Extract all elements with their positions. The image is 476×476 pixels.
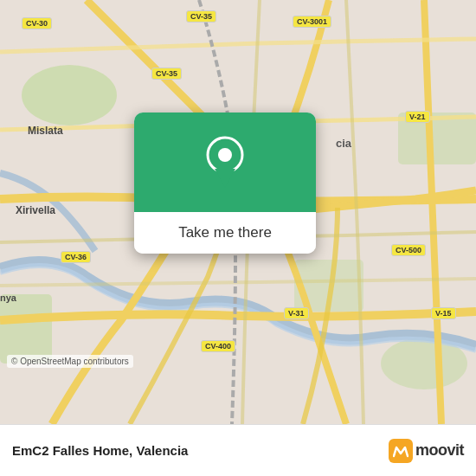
place-xirivella: Xirivella <box>16 204 55 216</box>
road-badge-v31: V-31 <box>284 307 309 319</box>
svg-rect-2 <box>0 294 52 363</box>
road-badge-v15: V-15 <box>431 307 456 319</box>
place-cia: cia <box>336 137 351 150</box>
popup-card: Take me there <box>134 113 316 254</box>
road-badge-cv35-mid: CV-35 <box>151 68 182 80</box>
moovit-logo-icon <box>389 439 413 463</box>
road-badge-v21: V-21 <box>405 111 430 123</box>
svg-point-1 <box>22 65 117 125</box>
road-badge-cv400: CV-400 <box>201 340 235 352</box>
location-pin-icon <box>203 136 247 190</box>
svg-point-7 <box>218 148 232 162</box>
road-badge-cv35-top: CV-35 <box>186 10 216 23</box>
road-badge-cv3001: CV-3001 <box>293 16 331 28</box>
location-name: EmC2 Falles Home, Valencia <box>12 443 188 458</box>
place-nya: nya <box>0 293 16 303</box>
take-me-there-button[interactable]: Take me there <box>134 212 316 254</box>
map-attribution: © OpenStreetMap contributors <box>7 355 133 368</box>
moovit-logo-text: moovit <box>415 441 464 460</box>
location-info: EmC2 Falles Home, Valencia <box>12 443 188 458</box>
road-badge-cv36: CV-36 <box>61 251 91 263</box>
svg-marker-8 <box>215 169 235 188</box>
road-badge-cv30: CV-30 <box>22 17 52 29</box>
bottom-bar: EmC2 Falles Home, Valencia moovit <box>0 424 476 476</box>
place-mislata: Mislata <box>28 125 63 137</box>
moovit-logo: moovit <box>389 439 464 463</box>
popup-header <box>134 113 316 212</box>
map-container: CV-30 CV-35 CV-35 CV-3001 V-21 CV-500 V-… <box>0 0 476 424</box>
road-badge-cv500: CV-500 <box>391 244 426 256</box>
